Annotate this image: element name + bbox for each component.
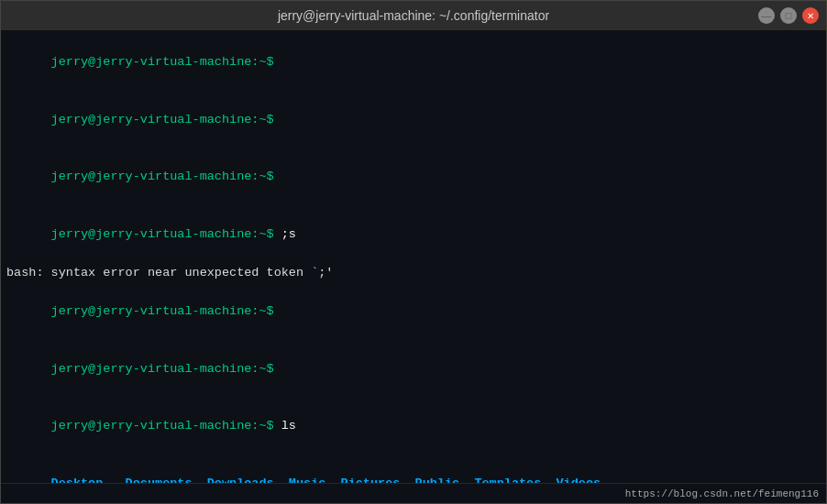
window-controls: — □ xyxy=(758,7,819,24)
terminal-body[interactable]: jerry@jerry-virtual-machine:~$ jerry@jer… xyxy=(1,30,826,483)
close-button[interactable] xyxy=(802,7,819,24)
terminal-line: jerry@jerry-virtual-machine:~$ xyxy=(6,34,821,92)
status-url: https://blog.csdn.net/feimeng116 xyxy=(625,488,819,499)
terminal-line-ls: Desktop Documents Downloads Music Pictur… xyxy=(6,455,821,483)
terminal-line: jerry@jerry-virtual-machine:~$ xyxy=(6,283,821,341)
maximize-button[interactable]: □ xyxy=(780,7,797,24)
terminal-line: bash: syntax error near unexpected token… xyxy=(6,264,821,283)
terminal-line: jerry@jerry-virtual-machine:~$ xyxy=(6,149,821,207)
window-title: jerry@jerry-virtual-machine: ~/.config/t… xyxy=(278,8,549,23)
terminal-line: jerry@jerry-virtual-machine:~$ ;s xyxy=(6,206,821,264)
terminal-line: jerry@jerry-virtual-machine:~$ xyxy=(6,92,821,149)
terminal-window: jerry@jerry-virtual-machine: ~/.config/t… xyxy=(0,0,827,504)
titlebar: jerry@jerry-virtual-machine: ~/.config/t… xyxy=(1,1,826,30)
terminal-line: jerry@jerry-virtual-machine:~$ ls xyxy=(6,399,821,456)
status-bar: https://blog.csdn.net/feimeng116 xyxy=(1,483,826,503)
minimize-button[interactable]: — xyxy=(758,7,775,24)
terminal-line: jerry@jerry-virtual-machine:~$ xyxy=(6,341,821,399)
